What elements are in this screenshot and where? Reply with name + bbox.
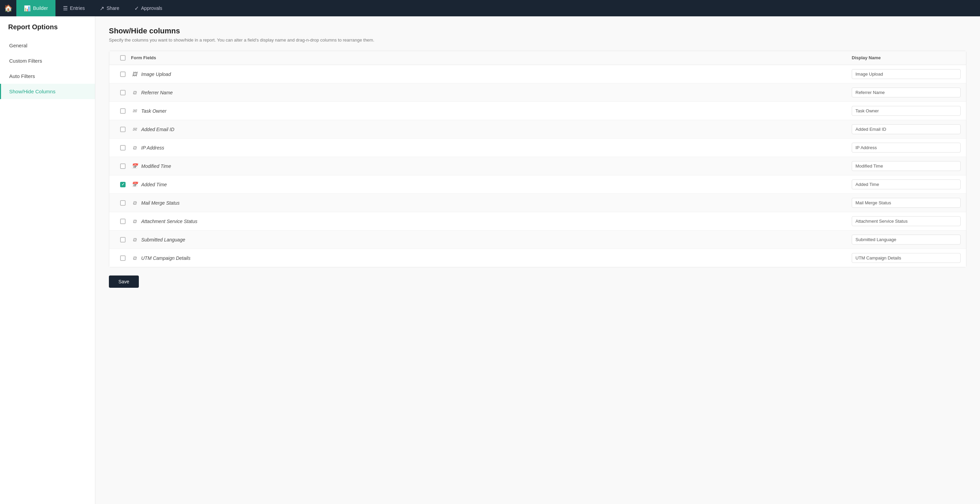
field-label-added-time: Added Time bbox=[141, 182, 167, 187]
page-subtitle: Specify the columns you want to show/hid… bbox=[109, 37, 966, 43]
table-row: ⧉ IP Address bbox=[109, 139, 966, 157]
sidebar-item-custom-filters[interactable]: Custom Filters bbox=[0, 53, 95, 69]
field-cell-modified-time: 📅 Modified Time bbox=[131, 163, 852, 169]
main-layout: Report Options General Custom Filters Au… bbox=[0, 16, 980, 504]
field-cell-attachment-service-status: ⧉ Attachment Service Status bbox=[131, 218, 852, 225]
sidebar-item-show-hide-columns[interactable]: Show/Hide Columns bbox=[0, 84, 95, 99]
nav-approvals[interactable]: ✓ Approvals bbox=[127, 0, 170, 16]
field-label-added-email-id: Added Email ID bbox=[141, 127, 174, 132]
checkbox-ip-address[interactable] bbox=[120, 145, 126, 150]
checkbox-mail-merge-status[interactable] bbox=[120, 200, 126, 206]
display-name-input-mail-merge-status[interactable] bbox=[852, 198, 961, 208]
table-row: ✉ Task Owner bbox=[109, 102, 966, 120]
share-icon: ↗ bbox=[100, 5, 104, 11]
field-icon-submitted-language: ⧉ bbox=[131, 237, 138, 243]
checkbox-added-email-id[interactable] bbox=[120, 127, 126, 132]
entries-icon: ☰ bbox=[63, 5, 68, 11]
sidebar: Report Options General Custom Filters Au… bbox=[0, 16, 95, 504]
nav-share[interactable]: ↗ Share bbox=[92, 0, 127, 16]
columns-table: Form Fields Display Name 🖼 Image Upload … bbox=[109, 51, 966, 267]
display-name-cell-added-time bbox=[852, 179, 961, 189]
row-checkbox-cell-image-upload bbox=[115, 72, 131, 77]
row-checkbox-cell-task-owner bbox=[115, 108, 131, 114]
field-icon-modified-time: 📅 bbox=[131, 163, 138, 169]
top-navigation: 🏠 📊 Builder ☰ Entries ↗ Share ✓ Approval… bbox=[0, 0, 980, 16]
field-icon-mail-merge-status: ⧉ bbox=[131, 200, 138, 206]
field-icon-utm-campaign-details: ⧉ bbox=[131, 255, 138, 261]
field-icon-attachment-service-status: ⧉ bbox=[131, 218, 138, 225]
display-name-cell-ip-address bbox=[852, 143, 961, 153]
display-name-input-submitted-language[interactable] bbox=[852, 234, 961, 244]
row-checkbox-cell-attachment-service-status bbox=[115, 219, 131, 224]
display-name-cell-referrer-name bbox=[852, 88, 961, 97]
display-name-cell-submitted-language bbox=[852, 234, 961, 244]
builder-icon: 📊 bbox=[24, 5, 30, 11]
row-checkbox-cell-added-email-id bbox=[115, 127, 131, 132]
table-row: ⧉ UTM Campaign Details bbox=[109, 249, 966, 267]
row-checkbox-cell-submitted-language bbox=[115, 237, 131, 242]
display-name-cell-modified-time bbox=[852, 161, 961, 171]
nav-entries-label: Entries bbox=[70, 5, 85, 11]
display-name-cell-image-upload bbox=[852, 69, 961, 79]
field-icon-referrer-name: ⧉ bbox=[131, 89, 138, 96]
display-name-input-ip-address[interactable] bbox=[852, 143, 961, 153]
display-name-cell-attachment-service-status bbox=[852, 216, 961, 226]
checkbox-utm-campaign-details[interactable] bbox=[120, 255, 126, 261]
display-name-cell-task-owner bbox=[852, 106, 961, 116]
field-cell-added-time: 📅 Added Time bbox=[131, 182, 852, 188]
field-cell-utm-campaign-details: ⧉ UTM Campaign Details bbox=[131, 255, 852, 261]
display-name-input-utm-campaign-details[interactable] bbox=[852, 253, 961, 263]
nav-entries[interactable]: ☰ Entries bbox=[56, 0, 92, 16]
sidebar-item-auto-filters[interactable]: Auto Filters bbox=[0, 69, 95, 84]
nav-approvals-label: Approvals bbox=[141, 5, 162, 11]
home-button[interactable]: 🏠 bbox=[0, 0, 16, 16]
row-checkbox-cell-mail-merge-status bbox=[115, 200, 131, 206]
display-name-input-modified-time[interactable] bbox=[852, 161, 961, 171]
table-row: 📅 Added Time bbox=[109, 175, 966, 194]
table-row: ✉ Added Email ID bbox=[109, 120, 966, 139]
field-icon-task-owner: ✉ bbox=[131, 108, 138, 114]
field-icon-added-email-id: ✉ bbox=[131, 126, 138, 132]
nav-share-label: Share bbox=[107, 5, 119, 11]
checkbox-attachment-service-status[interactable] bbox=[120, 219, 126, 224]
checkbox-task-owner[interactable] bbox=[120, 108, 126, 114]
page-title: Show/Hide columns bbox=[109, 27, 966, 35]
display-name-cell-added-email-id bbox=[852, 124, 961, 134]
table-row: ⧉ Submitted Language bbox=[109, 231, 966, 249]
display-name-input-image-upload[interactable] bbox=[852, 69, 961, 79]
table-row: ⧉ Attachment Service Status bbox=[109, 212, 966, 231]
table-row: 📅 Modified Time bbox=[109, 157, 966, 175]
table-row: ⧉ Referrer Name bbox=[109, 83, 966, 102]
form-fields-header: Form Fields bbox=[131, 55, 852, 61]
checkbox-submitted-language[interactable] bbox=[120, 237, 126, 242]
select-all-checkbox[interactable] bbox=[120, 55, 126, 61]
checkbox-modified-time[interactable] bbox=[120, 163, 126, 169]
checkbox-image-upload[interactable] bbox=[120, 72, 126, 77]
field-icon-image-upload: 🖼 bbox=[131, 71, 138, 77]
field-label-task-owner: Task Owner bbox=[141, 108, 166, 114]
nav-builder-label: Builder bbox=[33, 5, 48, 11]
field-icon-added-time: 📅 bbox=[131, 182, 138, 188]
save-button[interactable]: Save bbox=[109, 276, 139, 288]
display-name-cell-mail-merge-status bbox=[852, 198, 961, 208]
display-name-input-referrer-name[interactable] bbox=[852, 88, 961, 97]
row-checkbox-cell-added-time bbox=[115, 182, 131, 187]
row-checkbox-cell-ip-address bbox=[115, 145, 131, 150]
display-name-input-added-time[interactable] bbox=[852, 179, 961, 189]
nav-builder[interactable]: 📊 Builder bbox=[16, 0, 56, 16]
row-checkbox-cell-utm-campaign-details bbox=[115, 255, 131, 261]
display-name-input-added-email-id[interactable] bbox=[852, 124, 961, 134]
field-label-modified-time: Modified Time bbox=[141, 163, 171, 169]
checkbox-referrer-name[interactable] bbox=[120, 90, 126, 95]
display-name-input-task-owner[interactable] bbox=[852, 106, 961, 116]
sidebar-item-general[interactable]: General bbox=[0, 38, 95, 53]
row-checkbox-cell-referrer-name bbox=[115, 90, 131, 95]
display-name-input-attachment-service-status[interactable] bbox=[852, 216, 961, 226]
field-cell-task-owner: ✉ Task Owner bbox=[131, 108, 852, 114]
checkbox-added-time[interactable] bbox=[120, 182, 126, 187]
field-label-utm-campaign-details: UTM Campaign Details bbox=[141, 255, 191, 261]
table-row: ⧉ Mail Merge Status bbox=[109, 194, 966, 212]
field-label-mail-merge-status: Mail Merge Status bbox=[141, 200, 180, 206]
field-label-ip-address: IP Address bbox=[141, 145, 164, 150]
display-name-cell-utm-campaign-details bbox=[852, 253, 961, 263]
